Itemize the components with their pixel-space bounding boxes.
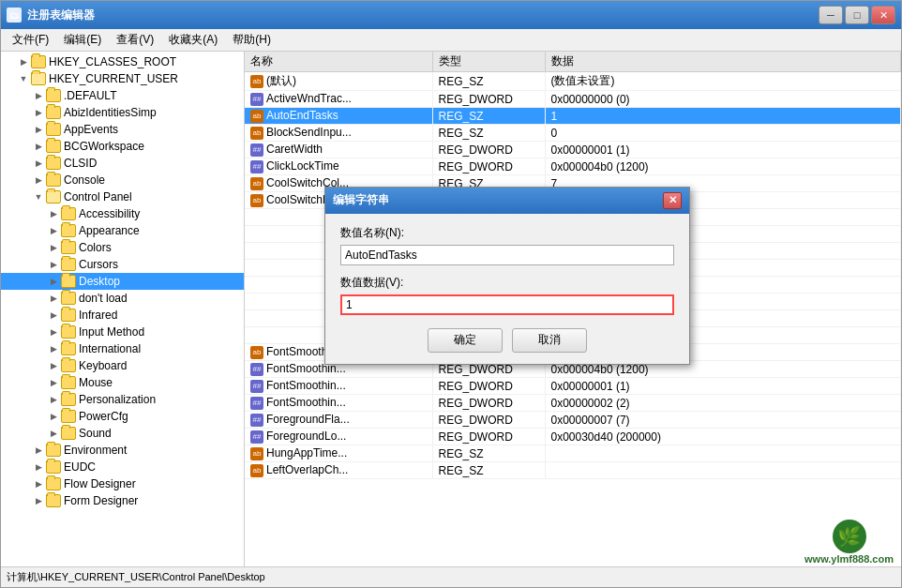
minimize-button[interactable]: ─ [819,6,843,24]
cell-name: abBlockSendInpu... [245,125,432,142]
cell-type: REG_SZ [432,108,545,125]
menu-file[interactable]: 文件(F) [5,30,56,50]
menu-view[interactable]: 查看(V) [109,30,161,50]
tree-item-hkcr[interactable]: HKEY_CLASSES_ROOT [1,53,244,70]
tree-item-accessibility[interactable]: Accessibility [1,205,244,222]
expander-hkcr[interactable] [16,54,31,69]
expander-formdesigner[interactable] [31,493,46,508]
expander-dontload[interactable] [46,291,61,306]
expander-default[interactable] [31,88,46,103]
tree-panel[interactable]: HKEY_CLASSES_ROOT HKEY_CURRENT_USER .DEF… [1,52,245,566]
expander-controlpanel[interactable] [31,189,46,204]
label-desktop: Desktop [79,275,120,288]
expander-sound[interactable] [46,426,61,441]
close-button[interactable]: ✕ [871,6,895,24]
dialog-ok-button[interactable]: 确定 [428,328,503,353]
expander-bcg[interactable] [31,139,46,154]
tree-item-personalization[interactable]: Personalization [1,391,244,408]
tree-item-appearance[interactable]: Appearance [1,222,244,239]
dialog-name-input[interactable] [340,245,674,265]
folder-icon-personalization [61,393,76,406]
expander-abiz[interactable] [31,105,46,120]
table-row[interactable]: ##CaretWidthREG_DWORD0x00000001 (1) [245,142,901,158]
label-infrared: Infrared [79,309,117,322]
table-row[interactable]: ##ForegroundFla...REG_DWORD0x00000007 (7… [245,412,901,429]
tree-item-environment[interactable]: Environment [1,442,244,459]
expander-personalization[interactable] [46,392,61,407]
label-international: International [79,342,141,355]
tree-item-inputmethod[interactable]: Input Method [1,324,244,340]
table-row[interactable]: ##FontSmoothin...REG_DWORD0x00000002 (2) [245,395,901,412]
table-row[interactable]: abBlockSendInpu...REG_SZ0 [245,125,901,142]
tree-item-default[interactable]: .DEFAULT [1,87,244,104]
tree-item-flowdesigner[interactable]: Flow Designer [1,475,244,492]
cell-data: 0 [545,125,901,142]
table-row[interactable]: abHungAppTime...REG_SZ [245,445,901,462]
folder-icon-inputmethod [61,325,76,339]
table-row[interactable]: ##ActiveWndTrac...REG_DWORD0x00000000 (0… [245,91,901,108]
tree-item-eudc[interactable]: EUDC [1,459,244,475]
label-controlpanel: Control Panel [64,190,132,204]
tree-item-powercfg[interactable]: PowerCfg [1,408,244,425]
table-row[interactable]: abAutoEndTasksREG_SZ1 [245,108,901,125]
cell-type: REG_SZ [432,462,545,479]
tree-item-controlpanel[interactable]: Control Panel [1,188,244,205]
cell-type: REG_DWORD [432,395,545,412]
expander-eudc[interactable] [31,460,46,475]
menu-favorites[interactable]: 收藏夹(A) [161,30,225,50]
expander-flowdesigner[interactable] [31,476,46,491]
table-row[interactable]: ##FontSmoothin...REG_DWORD0x00000001 (1) [245,378,901,395]
table-row[interactable]: ##ForegroundLo...REG_DWORD0x00030d40 (20… [245,429,901,445]
tree-item-sound[interactable]: Sound [1,425,244,442]
label-personalization: Personalization [79,393,156,406]
folder-icon-sound [61,427,76,440]
expander-mouse[interactable] [46,375,61,390]
dialog-cancel-button[interactable]: 取消 [512,328,587,353]
dialog-data-label: 数值数据(V): [340,275,674,291]
tree-item-console[interactable]: Console [1,172,244,188]
dialog-title-text: 编辑字符串 [333,192,389,208]
tree-item-mouse[interactable]: Mouse [1,374,244,391]
tree-item-bcg[interactable]: BCGWorkspace [1,138,244,155]
tree-item-clsid[interactable]: CLSID [1,155,244,172]
tree-item-abiz[interactable]: AbizIdentitiesSimp [1,104,244,121]
table-row[interactable]: ##ClickLockTimeREG_DWORD0x000004b0 (1200… [245,158,901,175]
tree-item-international[interactable]: International [1,340,244,357]
expander-keyboard[interactable] [46,358,61,373]
folder-icon-eudc [46,460,61,474]
expander-hkcu[interactable] [16,71,31,86]
dialog-body: 数值名称(N): 数值数据(V): 确定 取消 [325,214,689,364]
expander-clsid[interactable] [31,156,46,171]
table-row[interactable]: abLeftOverlapCh...REG_SZ [245,462,901,479]
expander-accessibility[interactable] [46,206,61,221]
menu-help[interactable]: 帮助(H) [225,30,278,50]
expander-appearance[interactable] [46,223,61,238]
tree-item-keyboard[interactable]: Keyboard [1,357,244,374]
expander-international[interactable] [46,341,61,356]
expander-powercfg[interactable] [46,409,61,424]
expander-colors[interactable] [46,240,61,255]
expander-appevents[interactable] [31,122,46,137]
status-path: 计算机\HKEY_CURRENT_USER\Control Panel\Desk… [7,570,265,584]
tree-item-formdesigner[interactable]: Form Designer [1,492,244,509]
table-row[interactable]: ab(默认)REG_SZ(数值未设置) [245,72,901,91]
tree-item-dontload[interactable]: don't load [1,290,244,307]
expander-infrared[interactable] [46,308,61,323]
expander-environment[interactable] [31,443,46,458]
tree-item-appevents[interactable]: AppEvents [1,121,244,138]
expander-cursors[interactable] [46,257,61,272]
menu-edit[interactable]: 编辑(E) [56,30,109,50]
tree-item-colors[interactable]: Colors [1,239,244,256]
dialog-data-input[interactable] [340,294,674,315]
tree-item-desktop[interactable]: Desktop [1,273,244,290]
maximize-button[interactable]: □ [845,6,869,24]
cell-name: ##ClickLockTime [245,158,432,175]
expander-inputmethod[interactable] [46,324,61,339]
tree-item-cursors[interactable]: Cursors [1,256,244,273]
expander-console[interactable] [31,173,46,188]
expander-desktop[interactable] [46,274,61,289]
cell-type: REG_DWORD [432,429,545,445]
tree-item-infrared[interactable]: Infrared [1,307,244,324]
tree-item-hkcu[interactable]: HKEY_CURRENT_USER [1,70,244,87]
dialog-close-button[interactable]: ✕ [663,192,682,209]
